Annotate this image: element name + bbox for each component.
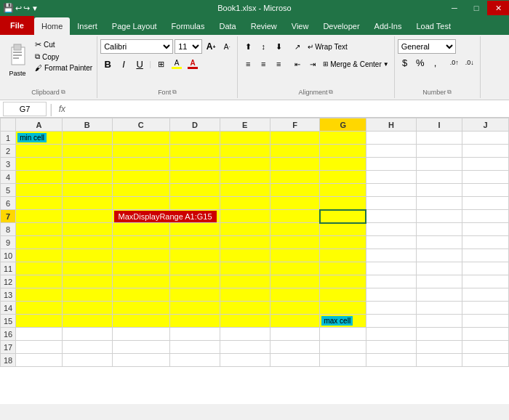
cell[interactable] — [169, 275, 220, 288]
cell[interactable] — [366, 132, 416, 145]
cell[interactable] — [416, 341, 462, 354]
cell[interactable] — [62, 328, 112, 341]
cell[interactable] — [16, 302, 63, 315]
cell[interactable] — [112, 262, 169, 275]
cell[interactable] — [16, 184, 63, 197]
tab-file[interactable]: File — [0, 16, 34, 35]
cut-button[interactable]: ✂ Cut — [33, 39, 94, 50]
cell[interactable] — [270, 328, 320, 341]
cell[interactable] — [366, 236, 416, 249]
tab-load-test[interactable]: Load Test — [409, 17, 458, 35]
alignment-expand-icon[interactable]: ⧉ — [329, 89, 333, 96]
cell[interactable] — [16, 315, 63, 328]
cell[interactable] — [416, 210, 462, 223]
row-header-15[interactable]: 15 — [1, 315, 16, 328]
cell[interactable] — [462, 132, 509, 145]
cell[interactable] — [416, 158, 462, 171]
col-header-d[interactable]: D — [169, 118, 220, 132]
col-header-c[interactable]: C — [112, 118, 169, 132]
cell[interactable] — [320, 262, 366, 275]
cell[interactable] — [270, 249, 320, 262]
cell[interactable] — [270, 197, 320, 210]
tab-data[interactable]: Data — [212, 17, 243, 35]
customize-icon[interactable]: ▼ — [31, 4, 39, 12]
tab-home[interactable]: Home — [34, 17, 70, 35]
cell[interactable] — [320, 302, 366, 315]
cell[interactable] — [270, 145, 320, 158]
cell[interactable] — [169, 158, 220, 171]
cell[interactable] — [320, 236, 366, 249]
cell[interactable] — [270, 354, 320, 367]
comma-button[interactable]: , — [428, 55, 443, 70]
increase-decimal-button[interactable]: .0↑ — [447, 55, 462, 70]
cell[interactable] — [366, 158, 416, 171]
cell[interactable] — [416, 302, 462, 315]
copy-button[interactable]: ⧉ Copy — [33, 52, 94, 62]
row-header-18[interactable]: 18 — [1, 354, 16, 367]
cell[interactable] — [462, 328, 509, 341]
cell[interactable] — [62, 341, 112, 354]
clipboard-expand-icon[interactable]: ⧉ — [61, 89, 65, 96]
cell[interactable] — [62, 354, 112, 367]
cell[interactable] — [112, 132, 169, 145]
cell[interactable] — [112, 236, 169, 249]
cell[interactable] — [270, 275, 320, 288]
cell[interactable] — [270, 210, 320, 223]
cell[interactable] — [169, 197, 220, 210]
tab-add-ins[interactable]: Add-Ins — [367, 17, 409, 35]
cell[interactable] — [16, 171, 63, 184]
decrease-font-button[interactable]: A- — [220, 39, 234, 54]
row-header-8[interactable]: 8 — [1, 223, 16, 236]
cell[interactable] — [462, 158, 509, 171]
cell[interactable] — [169, 249, 220, 262]
cell[interactable] — [366, 315, 416, 328]
col-header-f[interactable]: F — [270, 118, 320, 132]
tab-insert[interactable]: Insert — [70, 17, 105, 35]
cell[interactable] — [416, 184, 462, 197]
cell[interactable] — [320, 249, 366, 262]
cell[interactable] — [416, 288, 462, 302]
cell[interactable] — [169, 315, 220, 328]
cell[interactable] — [320, 145, 366, 158]
cell[interactable] — [62, 275, 112, 288]
row-header-13[interactable]: 13 — [1, 288, 16, 302]
cell[interactable] — [270, 262, 320, 275]
cell[interactable] — [62, 249, 112, 262]
cell[interactable] — [112, 145, 169, 158]
format-painter-button[interactable]: 🖌 Format Painter — [33, 63, 94, 73]
row-header-3[interactable]: 3 — [1, 158, 16, 171]
cell[interactable] — [16, 354, 63, 367]
merge-center-button[interactable]: ⊞ Merge & Center ▼ — [321, 57, 391, 71]
cell[interactable] — [220, 236, 270, 249]
redo-icon[interactable]: ↪ — [23, 4, 30, 13]
cell[interactable] — [366, 262, 416, 275]
row-header-2[interactable]: 2 — [1, 145, 16, 158]
cell[interactable] — [366, 171, 416, 184]
row-header-16[interactable]: 16 — [1, 328, 16, 341]
cell[interactable]: min cell — [16, 132, 63, 145]
cell[interactable] — [112, 288, 169, 302]
cell[interactable] — [112, 223, 169, 236]
wrap-text-button[interactable]: ↵ Wrap Text — [305, 39, 350, 54]
col-header-j[interactable]: J — [462, 118, 509, 132]
tab-developer[interactable]: Developer — [316, 17, 366, 35]
text-rotate-button[interactable]: ↗ — [290, 39, 305, 54]
cell[interactable] — [270, 223, 320, 236]
cell[interactable] — [220, 171, 270, 184]
align-middle-button[interactable]: ↕ — [256, 39, 270, 54]
col-header-b[interactable]: B — [62, 118, 112, 132]
cell[interactable] — [169, 171, 220, 184]
cell[interactable] — [462, 171, 509, 184]
cell[interactable] — [62, 262, 112, 275]
row-header-4[interactable]: 4 — [1, 171, 16, 184]
cell[interactable] — [220, 341, 270, 354]
italic-button[interactable]: I — [116, 57, 131, 71]
row-header-12[interactable]: 12 — [1, 275, 16, 288]
merge-dropdown-icon[interactable]: ▼ — [383, 61, 389, 68]
cell[interactable] — [169, 236, 220, 249]
row-header-7[interactable]: 7 — [1, 210, 16, 223]
cell[interactable] — [462, 197, 509, 210]
align-center-button[interactable]: ≡ — [256, 57, 270, 71]
cell[interactable] — [220, 197, 270, 210]
minimize-button[interactable]: ─ — [444, 1, 465, 15]
